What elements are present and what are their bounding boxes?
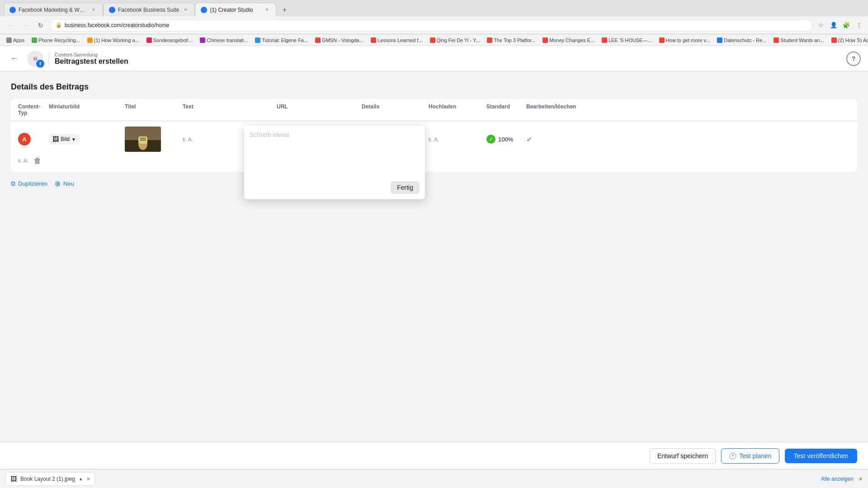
fertig-button[interactable]: Fertig xyxy=(391,181,420,194)
bookmark-sonder[interactable]: Sonderangebot!... xyxy=(144,37,195,44)
bookmark-qing[interactable]: Qing Fei De Yi - Y... xyxy=(427,37,483,44)
thumbnail xyxy=(125,127,161,152)
breadcrumb-top: Content-Sammlung xyxy=(55,52,128,57)
section-title: Details des Beitrags xyxy=(11,82,857,92)
action-bar: Entwurf speichern 🕐 Test planen Test ver… xyxy=(0,442,868,469)
bookmark-icon-how2add xyxy=(831,38,837,43)
forward-nav-button[interactable]: → xyxy=(19,19,32,32)
duplicate-icon: ⧉ xyxy=(11,180,15,188)
url-text: business.facebook.com/creatorstudio/home xyxy=(65,22,169,28)
bottom-row-actions: ⧉ Duplizieren ⊕ Neu xyxy=(11,178,857,190)
tab-business-suite[interactable]: Facebook Business Suite × xyxy=(103,3,195,16)
schedule-test-label: Test planen xyxy=(739,452,772,460)
reload-button[interactable]: ↻ xyxy=(34,19,47,32)
upload-percent: 100% xyxy=(498,136,513,143)
bookmark-tutorial[interactable]: Tutorial: Eigene Fa... xyxy=(252,37,311,44)
bookmark-label-working: (1) How Working a... xyxy=(94,38,139,43)
help-button[interactable]: ? xyxy=(846,52,861,66)
breadcrumb-title: Beitragstest erstellen xyxy=(55,57,128,66)
bookmark-apps[interactable]: Apps xyxy=(4,37,27,44)
svg-rect-4 xyxy=(140,138,146,139)
upload-status: ✓ 100% xyxy=(486,135,523,144)
text-input[interactable] xyxy=(250,131,420,176)
bookmark-working[interactable]: (1) How Working a... xyxy=(85,37,142,44)
col-miniaturbild: Miniaturbild xyxy=(49,103,121,116)
bookmark-icon-how xyxy=(659,38,665,43)
bookmark-label-tutorial: Tutorial: Eigene Fa... xyxy=(262,38,308,43)
back-button[interactable]: ← xyxy=(7,52,22,66)
thumbnail-cell xyxy=(125,127,179,152)
col-url: URL xyxy=(277,103,358,116)
bookmark-lee[interactable]: LEE 'S HOUSE—... xyxy=(599,37,655,44)
header-breadcrumb: Content-Sammlung Beitragstest erstellen xyxy=(55,52,128,66)
type-thumb-cell: 🖼 Bild ▼ xyxy=(49,134,121,145)
logo-wrapper: M f xyxy=(27,51,43,67)
publish-test-button[interactable]: Test veröffentlichen xyxy=(785,449,857,463)
thumbnail-svg xyxy=(125,127,161,152)
bookmark-icon-phone xyxy=(32,38,37,43)
save-draft-button[interactable]: Entwurf speichern xyxy=(650,448,716,464)
text-popup-footer: Fertig xyxy=(250,181,420,194)
lock-icon: 🔒 xyxy=(56,22,62,28)
tab-bar: Facebook Marketing & Werb... × Facebook … xyxy=(0,0,868,16)
avatar-letter: A xyxy=(22,136,26,143)
bookmark-top3[interactable]: The Top 3 Platfor... xyxy=(484,37,538,44)
titel-value: k. A. xyxy=(183,136,193,143)
tab-close-1[interactable]: × xyxy=(90,6,97,14)
content-type-select[interactable]: 🖼 Bild ▼ xyxy=(49,134,80,145)
browser-actions: ☆ 👤 🧩 ⋮ xyxy=(816,20,864,31)
tab-favicon-1 xyxy=(9,7,16,13)
fb-badge: f xyxy=(36,60,44,68)
bookmark-icon-qing xyxy=(430,38,435,43)
bookmark-how[interactable]: How to get more v... xyxy=(656,37,713,44)
bookmark-phone[interactable]: Phone Recycling... xyxy=(29,37,83,44)
fb-letter: f xyxy=(39,61,41,66)
tab-facebook-marketing[interactable]: Facebook Marketing & Werb... × xyxy=(4,3,103,16)
bookmark-lessons[interactable]: Lessons Learned f... xyxy=(368,37,425,44)
col-bearbeiten: Bearbeiten/löschen xyxy=(526,103,580,116)
app-logo: M f xyxy=(27,51,43,67)
col-details: Details xyxy=(362,103,425,116)
new-button[interactable]: ⊕ Neu xyxy=(55,179,74,188)
bookmark-label-sonder: Sonderangebot!... xyxy=(153,38,193,43)
bookmark-label-lessons: Lessons Learned f... xyxy=(377,38,423,43)
tab-close-2[interactable]: × xyxy=(182,6,189,14)
bookmark-gmsn[interactable]: GMSN - Vologda... xyxy=(312,37,366,44)
bookmark-chinese[interactable]: Chinese translati... xyxy=(197,37,250,44)
profile-icon[interactable]: 👤 xyxy=(828,20,839,31)
duplicate-button[interactable]: ⧉ Duplizieren xyxy=(11,180,47,188)
details-cell: k. A. xyxy=(429,136,483,143)
bookmark-money[interactable]: Money Changes E... xyxy=(540,37,597,44)
bookmark-icon[interactable]: ☆ xyxy=(816,20,826,31)
bookmark-icon-datenschutz xyxy=(717,38,722,43)
tab-close-3[interactable]: × xyxy=(263,6,270,14)
col-content-typ: Content-Typ xyxy=(18,103,45,116)
upload-cell: ✓ 100% xyxy=(486,135,523,144)
extensions-icon[interactable]: 🧩 xyxy=(841,20,852,31)
clock-icon: 🕐 xyxy=(729,452,736,460)
back-arrow-icon: ← xyxy=(10,54,19,63)
new-tab-button[interactable]: + xyxy=(278,4,291,16)
tab-favicon-2 xyxy=(109,7,115,13)
app-header: ← M f Content-Sammlung Beitragstest erst… xyxy=(0,46,868,71)
schedule-test-button[interactable]: 🕐 Test planen xyxy=(721,448,779,464)
standard-checkmark-icon[interactable]: ✓ xyxy=(526,136,532,143)
menu-icon[interactable]: ⋮ xyxy=(854,20,864,31)
bookmark-datenschutz[interactable]: Datenschutz - Re... xyxy=(714,37,769,44)
bookmark-icon-working xyxy=(87,38,93,43)
back-nav-button[interactable]: ← xyxy=(4,19,16,32)
bookmark-icon-lessons xyxy=(371,38,376,43)
content-type-label: Bild xyxy=(61,136,70,142)
bookmarks-bar: Apps Phone Recycling... (1) How Working … xyxy=(0,34,868,46)
bookmark-label-how: How to get more v... xyxy=(666,38,710,43)
bearbeiten-value: k. A. xyxy=(18,158,28,164)
bookmark-how2add[interactable]: (2) How To Add A... xyxy=(829,37,868,44)
logo-initials: M xyxy=(33,56,37,61)
delete-button[interactable]: 🗑 xyxy=(32,155,43,166)
bookmark-label-lee: LEE 'S HOUSE—... xyxy=(609,38,652,43)
bookmark-icon-tutorial xyxy=(255,38,260,43)
url-bar[interactable]: 🔒 business.facebook.com/creatorstudio/ho… xyxy=(50,19,813,32)
bookmark-student[interactable]: Student Wants an... xyxy=(771,37,826,44)
tab-creator-studio[interactable]: (1) Creator Studio × xyxy=(195,3,276,16)
thumbnail-image xyxy=(125,127,161,152)
